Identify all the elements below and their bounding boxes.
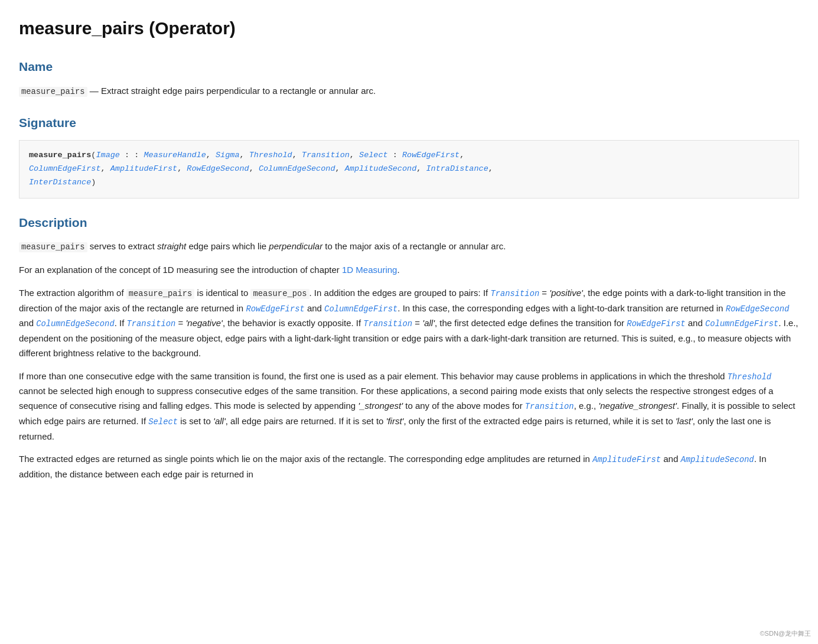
desc-transition4: Transition — [525, 402, 574, 411]
desc-ampfirst: AmplitudeFirst — [592, 456, 661, 464]
sig-threshold: Threshold — [249, 151, 292, 160]
sig-select: Select — [359, 151, 388, 160]
name-paragraph: measure_pairs — Extract straight edge pa… — [19, 84, 799, 99]
desc-select-code: Select — [148, 418, 178, 427]
desc-all-val: 'all' — [422, 318, 435, 328]
page-title: measure_pairs (Operator) — [19, 14, 799, 43]
1d-measuring-link[interactable]: 1D Measuring — [342, 265, 397, 275]
desc-strongest-italic: '_strongest' — [358, 401, 403, 411]
desc-transition2: Transition — [127, 320, 176, 328]
sig-columnedgesecond: ColumnEdgeSecond — [259, 164, 335, 173]
sig-rowedgesecond: RowEdgeSecond — [187, 164, 249, 173]
sig-amplitudesecond: AmplitudeSecond — [345, 164, 417, 173]
desc-para1: measure_pairs serves to extract straight… — [19, 239, 799, 255]
sig-interdistance: InterDistance — [29, 178, 91, 187]
sig-sigma: Sigma — [216, 151, 240, 160]
sig-rowedgefirst: RowEdgeFirst — [402, 151, 459, 160]
sig-func-name: measure_pairs — [29, 151, 91, 160]
desc-italic-perpendicular: perpendicular — [269, 241, 322, 251]
desc-code-mpos: measure_pos — [250, 289, 309, 299]
sig-intradistance: IntraDistance — [426, 164, 488, 173]
signature-heading: Signature — [19, 113, 799, 133]
description-heading: Description — [19, 213, 799, 233]
desc-rowedgefirst2: RowEdgeFirst — [627, 320, 685, 328]
desc-negative-val: 'negative' — [185, 318, 222, 328]
desc-rowedgesecond: RowEdgeSecond — [726, 305, 790, 314]
desc-columnedgefirst: ColumnEdgeFirst — [324, 305, 397, 314]
sig-measurehandle: MeasureHandle — [144, 151, 206, 160]
desc-transition1: Transition — [490, 290, 539, 298]
name-heading: Name — [19, 57, 799, 77]
signature-block: measure_pairs(Image : : MeasureHandle, S… — [19, 140, 799, 199]
desc-transition3: Transition — [363, 320, 412, 328]
name-description: — Extract straight edge pairs perpendicu… — [90, 86, 376, 96]
desc-rowedgefirst: RowEdgeFirst — [246, 305, 304, 314]
desc-code-measure-pairs: measure_pairs — [19, 242, 87, 252]
desc-last-literal: 'last' — [676, 416, 693, 426]
sig-transition: Transition — [302, 151, 350, 160]
desc-italic-straight: straight — [157, 241, 186, 251]
desc-para5: The extracted edges are returned as sing… — [19, 452, 799, 482]
desc-first-literal: 'first' — [386, 416, 404, 426]
sig-amplitudefirst: AmplitudeFirst — [110, 164, 177, 173]
desc-all-literal: 'all' — [213, 416, 226, 426]
name-code: measure_pairs — [19, 87, 87, 97]
desc-code-mp2: measure_pairs — [126, 289, 195, 299]
desc-threshold-code: Threshold — [728, 373, 772, 382]
desc-positive-val: 'positive' — [549, 288, 583, 298]
desc-para3: The extraction algorithm of measure_pair… — [19, 286, 799, 361]
desc-neg-strongest: 'negative_strongest' — [598, 401, 676, 411]
desc-columnedgesecond: ColumnEdgeSecond — [36, 320, 114, 328]
desc-ampsecond: AmplitudeSecond — [680, 456, 754, 464]
sig-image: Image — [96, 151, 120, 160]
desc-para2: For an explanation of the concept of 1D … — [19, 263, 799, 278]
sig-columnedgefirst: ColumnEdgeFirst — [29, 164, 101, 173]
desc-columnedgefirst2: ColumnEdgeFirst — [705, 320, 778, 328]
desc-para4: If more than one consecutive edge with t… — [19, 369, 799, 444]
